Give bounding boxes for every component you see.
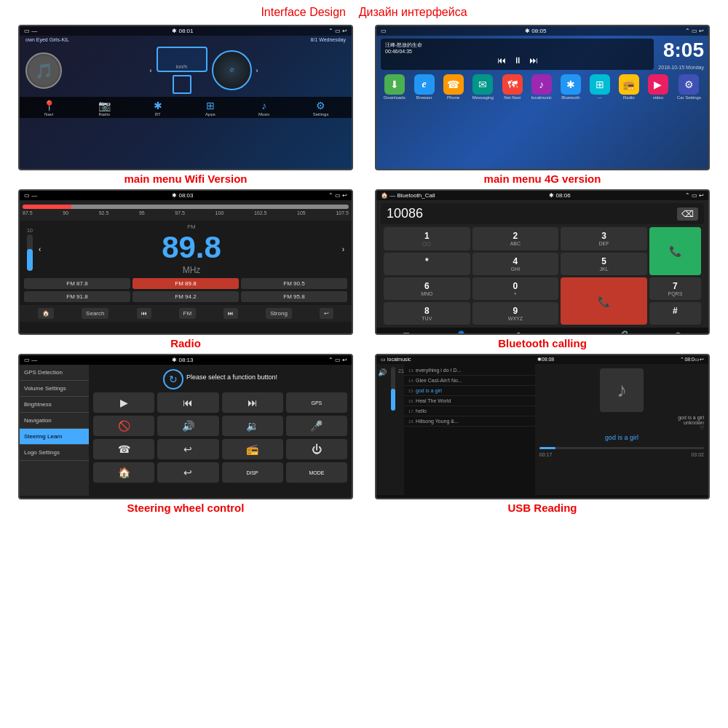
usb-progress-bar[interactable]	[539, 447, 704, 449]
sw-play-btn[interactable]: ▶	[93, 392, 154, 413]
app-phone[interactable]: ☎ Phone	[443, 74, 464, 100]
bt-delete-btn[interactable]: ⌫	[677, 207, 698, 221]
sw-power-btn[interactable]: ⏻	[286, 439, 347, 459]
app-browser[interactable]: e Browser	[414, 74, 435, 100]
radio-preset-1[interactable]: FM 87.8	[24, 278, 130, 289]
wifi-nav-apps[interactable]: ⊞ Apps	[205, 100, 215, 116]
radio-fm-btn[interactable]: FM	[179, 308, 197, 319]
sw-next-btn[interactable]: ⏭	[222, 392, 283, 413]
bt-key-hash[interactable]: #	[649, 302, 701, 325]
wifi-nav-settings[interactable]: ⚙ Settings	[313, 100, 329, 116]
next-btn[interactable]: ⏭	[529, 55, 538, 66]
radio-vol-track[interactable]	[27, 234, 33, 271]
radio-preset-3[interactable]: FM 90.5	[241, 278, 347, 289]
sw-home-btn[interactable]: 🏠	[93, 462, 154, 483]
bt-key-1[interactable]: 1 ◌◌	[384, 227, 470, 250]
radio-preset-4[interactable]: FM 91.8	[24, 291, 130, 302]
sw-mic-btn[interactable]: 🎤	[286, 416, 347, 436]
sw-mute-btn[interactable]: 🚫	[93, 416, 154, 436]
sidebar-volume[interactable]: Volume Settings	[20, 381, 89, 397]
radio-next-btn2[interactable]: ⏭	[223, 308, 238, 319]
radio-home-btn[interactable]: 🏠	[38, 308, 54, 319]
bt-key-7[interactable]: 7 PQRS	[649, 277, 701, 300]
sw-endcall-btn[interactable]: ↩	[157, 439, 218, 459]
wifi-nav-music[interactable]: ♪ Music	[258, 100, 270, 116]
prev-btn[interactable]: ⏮	[497, 55, 506, 66]
radio-next-btn[interactable]: ›	[342, 245, 344, 253]
wifi-nav-navi[interactable]: 📍 Navi	[43, 100, 55, 116]
sidebar-brightness[interactable]: Brightness	[20, 397, 89, 413]
radio-preset-6[interactable]: FM 95.8	[241, 291, 347, 302]
bt-key-0plus[interactable]: 0 +	[472, 277, 559, 300]
usb-track-16[interactable]: 16. Heal The World	[404, 396, 535, 406]
usb-track-13[interactable]: 13. everything i do I D...	[404, 365, 535, 376]
sw-back-btn[interactable]: ↩	[157, 462, 218, 483]
usb-eq-icon[interactable]: ⚡	[672, 498, 683, 499]
sw-gps-btn[interactable]: GPS	[286, 392, 347, 413]
app-carsettings[interactable]: ⚙ Car Settings	[677, 74, 701, 100]
app-radio[interactable]: 📻 Radio	[619, 74, 639, 100]
sidebar-gps[interactable]: GPS Detection	[20, 365, 89, 381]
wifi-nav-navi-label: Navi	[44, 112, 53, 116]
4g-controls[interactable]: ⏮ ⏸ ⏭	[385, 54, 649, 67]
bt-bottom-contact[interactable]: 👤	[456, 331, 467, 335]
sw-mode-btn[interactable]: MODE	[286, 462, 347, 483]
radio-preset-5[interactable]: FM 94.2	[132, 291, 239, 302]
bt-key-5[interactable]: 5 JKL	[561, 253, 647, 275]
wifi-chevron-right[interactable]: ›	[256, 67, 258, 74]
4g-apps: ⬇ Downloads e Browser ☎ Phone ✉ Messagin…	[376, 73, 708, 101]
usb-playlist-icon[interactable]: ☰	[402, 498, 410, 499]
wifi-nav-bar[interactable]: 📍 Navi 📷 Radio ✱ BT ⊞ Apps ♪ Music	[20, 97, 352, 118]
usb-back-icon[interactable]: ↩	[456, 498, 463, 499]
usb-track-14[interactable]: 14. Glee Cast-Ain't No...	[404, 376, 535, 386]
sw-call-btn[interactable]: ☎	[93, 439, 154, 459]
bt-bottom-grid[interactable]: ⊞	[403, 331, 410, 335]
bt-call-btn[interactable]: 📞	[649, 227, 701, 275]
radio-preset-2[interactable]: FM 89.8	[132, 278, 239, 289]
usb-track-17[interactable]: 17. hello	[404, 406, 535, 416]
bt-end-btn[interactable]: 📞	[561, 277, 647, 325]
app-bluetooth[interactable]: ✱ Bluetooth	[561, 74, 581, 100]
sw-prev-btn[interactable]: ⏮	[157, 392, 218, 413]
bt-bottom-music[interactable]: ♪	[566, 331, 571, 335]
app-messaging[interactable]: ✉ Messaging	[472, 74, 494, 100]
bt-bottom-settings[interactable]: ⚙	[674, 331, 682, 335]
wifi-chevron-left[interactable]: ‹	[150, 67, 152, 74]
usb-track-18[interactable]: 18. Hillsong Young &...	[404, 416, 535, 427]
radio-prev-btn[interactable]: ‹	[39, 245, 41, 253]
usb-next-icon[interactable]: ⏭	[617, 498, 626, 499]
sw-vol-down-btn[interactable]: 🔉	[222, 416, 283, 436]
app-video[interactable]: ▶ video	[648, 74, 668, 100]
wifi-nav-radio[interactable]: 📷 Radio	[98, 100, 111, 116]
radio-search-btn[interactable]: Search	[82, 308, 108, 319]
bt-bottom-refresh[interactable]: ↺	[513, 331, 521, 335]
wifi-nav-bt[interactable]: ✱ BT	[154, 100, 162, 116]
app-netnavi[interactable]: 🗺 Net Navi	[502, 74, 523, 100]
usb-track-15[interactable]: 15. god is a girl	[404, 386, 535, 396]
usb-prev-icon[interactable]: ⏮	[509, 498, 518, 499]
bt-key-2[interactable]: 2 ABC	[472, 227, 559, 250]
sw-vol-up-btn[interactable]: 🔊	[157, 416, 218, 436]
usb-pause-icon[interactable]: ⏸	[563, 498, 571, 499]
app-grid[interactable]: ⊞ —	[590, 74, 610, 100]
sidebar-steering-learn[interactable]: Steering Learn	[20, 429, 89, 445]
bt-key-8[interactable]: 8 TUV	[384, 302, 470, 325]
radio-strong-btn[interactable]: Strong	[266, 308, 292, 319]
radio-controls[interactable]: 🏠 Search ⏮ FM ⏭ Strong ↩	[20, 305, 352, 322]
bt-key-3[interactable]: 3 DEF	[561, 227, 647, 250]
bt-key-6[interactable]: 6 MNO	[384, 277, 470, 300]
app-localmusic[interactable]: ♪ localmusic	[531, 74, 552, 100]
sw-disp-btn[interactable]: DISP	[222, 462, 283, 483]
radio-prev-btn2[interactable]: ⏮	[137, 308, 151, 319]
sw-radio-btn[interactable]: 📻	[222, 439, 283, 459]
usb-vol-bar[interactable]	[391, 367, 395, 411]
sidebar-logo[interactable]: Logo Settings	[20, 445, 89, 461]
bt-bottom-link[interactable]: 🔗	[617, 331, 628, 335]
radio-back-btn[interactable]: ↩	[320, 308, 333, 319]
bt-key-4[interactable]: 4 GHI	[472, 253, 559, 275]
bt-key-9[interactable]: 9 WXYZ	[472, 302, 559, 325]
app-downloads[interactable]: ⬇ Downloads	[384, 74, 405, 100]
sidebar-navigation[interactable]: Navigation	[20, 413, 89, 429]
bt-key-star[interactable]: *	[384, 253, 470, 275]
play-btn[interactable]: ⏸	[513, 55, 522, 66]
